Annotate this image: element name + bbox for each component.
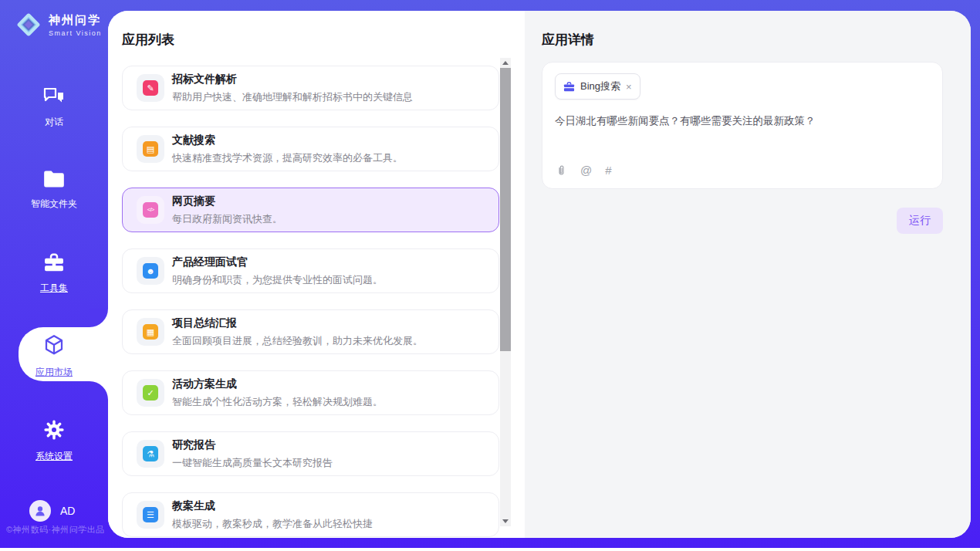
- list-scrollbar[interactable]: [500, 58, 511, 526]
- scrollbar-thumb[interactable]: [500, 68, 511, 351]
- close-icon[interactable]: ×: [626, 82, 632, 92]
- interviewer-icon: ☻: [137, 257, 164, 285]
- folder-icon: [43, 170, 65, 188]
- plan-check-icon: ✓: [137, 379, 164, 407]
- content-area: 应用列表 ✎ 招标文件解析 帮助用户快速、准确地理解和解析招标书中的关键信息 ▤…: [108, 11, 971, 538]
- sidebar-item-label: 对话: [0, 116, 108, 129]
- sidebar-item-label: 系统设置: [0, 450, 108, 463]
- sidebar-item-smart-folder[interactable]: 智能文件夹: [0, 170, 108, 211]
- scroll-up-button[interactable]: [500, 58, 511, 68]
- prompt-text[interactable]: 今日湖北有哪些新闻要点？有哪些需要关注的最新政策？: [555, 113, 930, 129]
- app-card-lesson-plan[interactable]: ☰ 教案生成 模板驱动，教案秒成，教学准备从此轻松快捷: [122, 492, 499, 537]
- chat-icon: [42, 86, 66, 106]
- app-card-title: 网页摘要: [172, 194, 215, 207]
- app-card-title: 项目总结汇报: [172, 316, 237, 329]
- app-card-project-summary[interactable]: ▦ 项目总结汇报 全面回顾项目进展，总结经验教训，助力未来优化发展。: [122, 309, 499, 354]
- brand-subtitle: Smart Vision: [49, 29, 102, 37]
- person-icon: [33, 504, 47, 518]
- sidebar-item-label: 应用市场: [0, 366, 108, 379]
- app-card-literature-search[interactable]: ▤ 文献搜索 快速精准查找学术资源，提高研究效率的必备工具。: [122, 127, 499, 171]
- mention-icon[interactable]: @: [580, 164, 592, 177]
- briefcase-icon: [563, 82, 575, 92]
- brand-logo: 神州问学 Smart Vision: [14, 10, 102, 39]
- scroll-down-button[interactable]: [500, 516, 511, 526]
- hash-icon[interactable]: #: [605, 164, 611, 177]
- sidebar-item-label: 智能文件夹: [0, 198, 108, 211]
- avatar: [29, 500, 51, 522]
- app-detail-panel: 应用详情 Bing搜索 × 今日湖北有哪些新闻要点？有哪些需要关注的最新政策？: [525, 11, 971, 538]
- brand-title: 神州问学: [49, 13, 102, 28]
- tool-tag-label: Bing搜索: [580, 79, 620, 93]
- prompt-editor-card[interactable]: Bing搜索 × 今日湖北有哪些新闻要点？有哪些需要关注的最新政策？ @ #: [542, 62, 943, 189]
- tool-tag-bing-search[interactable]: Bing搜索 ×: [555, 73, 640, 100]
- app-card-desc: 快速精准查找学术资源，提高研究效率的必备工具。: [172, 151, 403, 165]
- book-icon: ▤: [137, 135, 164, 163]
- app-list-panel: 应用列表 ✎ 招标文件解析 帮助用户快速、准确地理解和解析招标书中的关键信息 ▤…: [108, 11, 525, 538]
- edit-document-icon: ✎: [137, 74, 164, 102]
- user-account[interactable]: AD: [29, 500, 75, 522]
- app-card-title: 研究报告: [172, 438, 215, 451]
- sidebar-item-app-market[interactable]: 应用市场: [0, 333, 108, 379]
- app-card-pm-interviewer[interactable]: ☻ 产品经理面试官 明确身份和职责，为您提供专业性的面试问题。: [122, 248, 499, 293]
- toolbox-icon: [43, 253, 65, 272]
- sidebar: 神州问学 Smart Vision 对话 智能文件夹: [0, 0, 108, 548]
- app-card-title: 招标文件解析: [172, 73, 237, 85]
- copyright-text: ©神州数码·神州问学出品: [6, 524, 108, 536]
- research-icon: ⚗: [137, 440, 164, 468]
- app-card-desc: 一键智能生成高质量长文本研究报告: [172, 456, 333, 470]
- app-card-desc: 帮助用户快速、准确地理解和解析招标书中的关键信息: [172, 90, 413, 104]
- app-card-desc: 全面回顾项目进展，总结经验教训，助力未来优化发展。: [172, 334, 423, 348]
- app-card-research-report[interactable]: ⚗ 研究报告 一键智能生成高质量长文本研究报告: [122, 431, 499, 476]
- diamond-logo-icon: [14, 10, 43, 39]
- app-card-desc: 模板驱动，教案秒成，教学准备从此轻松快捷: [172, 517, 373, 531]
- app-card-web-summary[interactable]: </> 网页摘要 每日政府新闻资讯快查。: [122, 188, 499, 232]
- summary-note-icon: ▦: [137, 318, 164, 346]
- app-detail-title: 应用详情: [542, 31, 594, 49]
- lesson-books-icon: ☰: [137, 501, 164, 529]
- pill-curve-top: [90, 309, 108, 327]
- sidebar-item-settings[interactable]: 系统设置: [0, 419, 108, 463]
- cube-icon: [42, 333, 66, 357]
- app-card-desc: 智能生成个性化活动方案，轻松解决规划难题。: [172, 395, 383, 409]
- app-card-desc: 每日政府新闻资讯快查。: [172, 212, 282, 226]
- attachment-icon[interactable]: [556, 164, 567, 177]
- app-card-title: 活动方案生成: [172, 377, 237, 390]
- sidebar-item-label: 工具集: [0, 282, 108, 295]
- gear-icon: [43, 419, 65, 441]
- app-card-list: ✎ 招标文件解析 帮助用户快速、准确地理解和解析招标书中的关键信息 ▤ 文献搜索…: [122, 66, 499, 538]
- pill-curve-bottom: [90, 381, 108, 400]
- app-list-title: 应用列表: [122, 31, 174, 49]
- app-frame: 神州问学 Smart Vision 对话 智能文件夹: [0, 0, 980, 548]
- app-card-event-plan[interactable]: ✓ 活动方案生成 智能生成个性化活动方案，轻松解决规划难题。: [122, 370, 499, 415]
- sidebar-item-toolset[interactable]: 工具集: [0, 253, 108, 295]
- app-card-title: 文献搜索: [172, 134, 215, 146]
- user-name: AD: [60, 505, 75, 517]
- composer-toolbar: @ #: [556, 164, 612, 177]
- sidebar-item-chat[interactable]: 对话: [0, 86, 108, 129]
- run-button[interactable]: 运行: [897, 208, 943, 234]
- app-card-desc: 明确身份和职责，为您提供专业性的面试问题。: [172, 273, 383, 287]
- webpage-code-icon: </>: [137, 196, 164, 224]
- app-card-title: 教案生成: [172, 499, 215, 512]
- app-card-title: 产品经理面试官: [172, 255, 248, 268]
- app-card-bid-document-parse[interactable]: ✎ 招标文件解析 帮助用户快速、准确地理解和解析招标书中的关键信息: [122, 66, 499, 110]
